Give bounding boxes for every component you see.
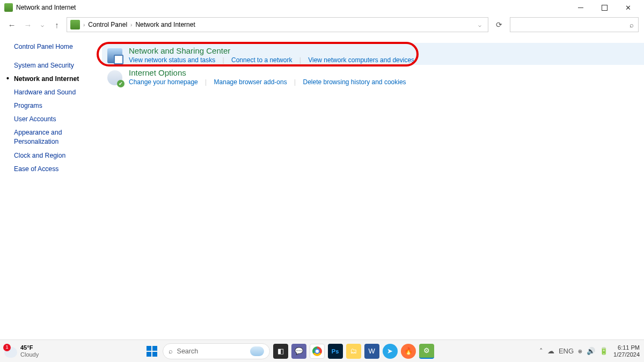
up-button[interactable]: ↑ [50, 18, 63, 31]
start-button[interactable] [144, 344, 159, 359]
search-highlight-icon [250, 346, 264, 356]
breadcrumb-separator: › [82, 22, 86, 28]
section-title[interactable]: Internet Options [129, 68, 406, 77]
sidebar-item-user-accounts[interactable]: User Accounts [14, 113, 102, 126]
link-delete-history[interactable]: Delete browsing history and cookies [303, 78, 406, 86]
sidebar-item-hardware-sound[interactable]: Hardware and Sound [14, 86, 102, 99]
taskbar: 1 45°F Cloudy ⌕ Search ◧ 💬 Ps 🗂 W ➤ 🔥 ⚙ … [0, 339, 644, 362]
section-title[interactable]: Network and Sharing Center [129, 46, 414, 55]
close-button[interactable] [616, 0, 640, 15]
search-box[interactable]: ⌕ [510, 17, 639, 32]
link-view-network-status[interactable]: View network status and tasks [129, 56, 215, 64]
breadcrumb-separator: › [129, 22, 133, 28]
taskbar-app-chrome[interactable] [310, 344, 325, 359]
taskbar-app-taskview[interactable]: ◧ [273, 344, 288, 359]
maximize-button[interactable] [592, 0, 616, 15]
tray-language[interactable]: ENG [559, 347, 574, 355]
search-icon: ⌕ [630, 21, 634, 29]
network-sharing-icon [107, 48, 122, 63]
weather-icon: 1 [4, 345, 17, 358]
title-bar: Network and Internet [0, 0, 644, 15]
sidebar-item-ease-of-access[interactable]: Ease of Access [14, 162, 102, 176]
search-placeholder: Search [177, 348, 199, 355]
breadcrumb-root[interactable]: Control Panel [88, 21, 127, 28]
taskbar-app-photoshop[interactable]: Ps [328, 344, 343, 359]
app-icon [4, 3, 13, 12]
back-button[interactable]: ← [5, 18, 18, 31]
weather-badge: 1 [3, 344, 11, 351]
taskbar-app-word[interactable]: W [364, 344, 379, 359]
refresh-button[interactable]: ⟳ [492, 17, 507, 32]
clock-time: 6:11 PM [613, 344, 640, 351]
sidebar-item-programs[interactable]: Programs [14, 99, 102, 113]
content-area: Network and Sharing Center View network … [102, 43, 644, 176]
control-panel-home-link[interactable]: Control Panel Home [14, 43, 102, 50]
weather-desc: Cloudy [20, 351, 39, 358]
sidebar: Control Panel Home System and Security N… [0, 43, 102, 176]
section-links: Change your homepage | Manage browser ad… [129, 78, 406, 86]
tray-onedrive-icon[interactable]: ☁ [547, 347, 554, 355]
forward-button[interactable]: → [21, 18, 34, 31]
tray-overflow-icon[interactable]: ˄ [539, 347, 543, 355]
taskbar-app-explorer[interactable]: 🗂 [346, 344, 361, 359]
address-bar[interactable]: › Control Panel › Network and Internet ⌵ [67, 17, 488, 32]
link-manage-addons[interactable]: Manage browser add-ons [214, 78, 287, 86]
sidebar-item-system-security[interactable]: System and Security [14, 59, 102, 72]
internet-options-icon [107, 70, 122, 85]
toolbar: ← → ⌵ ↑ › Control Panel › Network and In… [0, 15, 644, 34]
taskbar-app-chat[interactable]: 💬 [291, 344, 306, 359]
taskbar-search[interactable]: ⌕ Search [163, 343, 270, 359]
window-title: Network and Internet [16, 4, 76, 11]
taskbar-weather-widget[interactable]: 1 45°F Cloudy [4, 344, 39, 357]
taskbar-app-firefox[interactable]: 🔥 [401, 344, 416, 359]
taskbar-clock[interactable]: 6:11 PM 1/27/2024 [613, 344, 640, 358]
section-links: View network status and tasks | Connect … [129, 56, 414, 64]
tray-wifi-icon[interactable]: ⎈ [578, 347, 582, 355]
tray-volume-icon[interactable]: 🔊 [587, 347, 595, 355]
section-internet-options[interactable]: Internet Options Change your homepage | … [102, 65, 644, 87]
search-icon: ⌕ [169, 348, 173, 355]
address-history-button[interactable]: ⌵ [475, 22, 485, 28]
link-change-homepage[interactable]: Change your homepage [129, 78, 198, 86]
taskbar-app-control-panel[interactable]: ⚙ [419, 344, 434, 359]
sidebar-item-clock-region[interactable]: Clock and Region [14, 149, 102, 162]
taskbar-app-telegram[interactable]: ➤ [383, 344, 398, 359]
tray-battery-icon[interactable]: 🔋 [599, 347, 608, 355]
recent-locations-button[interactable]: ⌵ [38, 22, 47, 28]
sidebar-item-appearance[interactable]: Appearance and Personalization [14, 126, 102, 149]
clock-date: 1/27/2024 [613, 351, 640, 358]
sidebar-item-network-internet[interactable]: Network and Internet [14, 72, 102, 86]
section-network-sharing-center[interactable]: Network and Sharing Center View network … [102, 43, 644, 65]
breadcrumb-current[interactable]: Network and Internet [135, 21, 195, 28]
minimize-button[interactable] [569, 0, 592, 15]
link-connect-to-network[interactable]: Connect to a network [231, 56, 292, 64]
address-bar-icon [70, 20, 80, 29]
link-view-network-computers[interactable]: View network computers and devices [308, 56, 414, 64]
weather-temp: 45°F [20, 344, 39, 351]
